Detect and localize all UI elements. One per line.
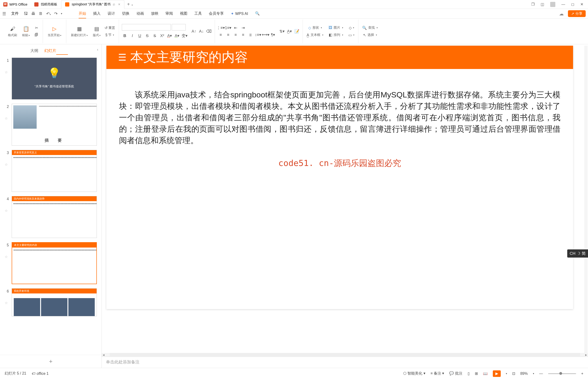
sorter-view-icon[interactable]: ⊞ — [475, 371, 478, 376]
tab-insert[interactable]: 插入 — [93, 9, 101, 18]
outline-tab[interactable]: 大纲 — [30, 47, 38, 55]
reading-view-icon[interactable]: 📖 — [483, 371, 488, 376]
font-name-select[interactable] — [122, 24, 171, 31]
slideshow-button[interactable]: ▶ — [493, 370, 501, 377]
maximize-icon[interactable]: ◻ — [571, 2, 574, 7]
slide-thumb-4[interactable]: 4☆ 国内外研究现状及发展趋势■■■■■■■■■■■■■■■■■■■■■■■■■… — [5, 196, 97, 238]
close-tab-icon[interactable]: × — [118, 2, 120, 7]
print-preview-icon[interactable]: 🗎 — [39, 11, 43, 16]
reset-button[interactable]: ↺ 重置 — [104, 25, 116, 31]
strike-button[interactable]: S — [144, 33, 150, 39]
search-icon[interactable]: 🔍 — [255, 9, 260, 18]
para-button[interactable]: ¶▾ — [270, 32, 276, 38]
zoom-out-button[interactable]: — — [539, 372, 543, 376]
layout-button[interactable]: ▤版式▾ — [91, 25, 103, 38]
cloud-icon[interactable]: ☁ — [559, 11, 564, 16]
print-icon[interactable]: 🖶 — [31, 11, 35, 16]
align-justify-button[interactable]: ≡ — [240, 32, 246, 38]
new-slide-button[interactable]: ▦新建幻灯片▾ — [69, 25, 90, 38]
indent-left-button[interactable]: ⇤ — [233, 25, 239, 31]
slide-thumb-6[interactable]: 6☆ 系统开发环境 — [5, 288, 97, 316]
tab-wps-ai[interactable]: ✦WPS AI — [231, 9, 248, 18]
zoom-slider[interactable] — [548, 373, 576, 374]
clear-format-icon[interactable]: ⌫ — [206, 29, 212, 34]
tab-start[interactable]: 开始 — [79, 9, 86, 18]
indent-right-button[interactable]: ⇥ — [240, 25, 246, 31]
shape-button[interactable]: ◇形状▾ — [306, 25, 324, 31]
play-from-current-button[interactable]: ▷当页开始▾ — [46, 25, 63, 38]
tab-review[interactable]: 审阅 — [166, 9, 173, 18]
fill-button[interactable]: ◇▾ — [347, 25, 355, 31]
highlight-button[interactable]: A▾ — [174, 33, 180, 39]
font-color-button[interactable]: A▾ — [167, 33, 173, 39]
distribute-button[interactable]: ⫼ — [248, 32, 254, 38]
collapse-panel-icon[interactable]: ‹ — [97, 47, 98, 52]
star-icon[interactable]: ☆ — [5, 202, 9, 213]
align-center-button[interactable]: ≡ — [225, 32, 231, 38]
align-left-button[interactable]: ≡ — [218, 32, 224, 38]
line-spacing-button[interactable]: ↕≡▾ — [255, 32, 261, 38]
superscript-button[interactable]: X² — [159, 33, 165, 39]
bold-button[interactable]: B — [122, 33, 128, 39]
undo-icon[interactable]: ↶▾ — [46, 11, 51, 16]
close-window-icon[interactable]: ✕ — [580, 2, 583, 7]
outline-button[interactable]: ▭▾ — [347, 32, 355, 38]
zoom-value[interactable]: 89% — [520, 372, 528, 376]
star-icon[interactable]: ☆ — [5, 110, 9, 121]
presenter-icon[interactable]: ⎚ — [113, 2, 115, 6]
tab-member[interactable]: 会员专享 — [209, 9, 224, 18]
format-brush-button[interactable]: 🖌格式刷 — [6, 25, 19, 38]
convert-text-button[interactable]: 📝 — [294, 29, 300, 34]
display-settings-icon[interactable]: ⊡ — [512, 371, 515, 376]
star-icon[interactable]: ☆ — [5, 294, 9, 305]
vertical-scrollbar[interactable] — [584, 46, 588, 353]
tab-animation[interactable]: 动画 — [136, 9, 144, 18]
cut-icon[interactable]: ✂ — [33, 25, 40, 31]
italic-button[interactable]: I — [129, 33, 135, 39]
font-size-select[interactable] — [172, 24, 186, 31]
slide-thumb-1[interactable]: 1☆ 💡"共享书角" 图书借还管理系统 — [5, 58, 97, 99]
tab-transition[interactable]: 切换 — [122, 9, 130, 18]
tab-slideshow[interactable]: 放映 — [151, 9, 158, 18]
slide-thumb-3[interactable]: 3☆ 开发背景及研究意义■■■■■■■■■■■■■■■■■■■■■■■■■■■■… — [5, 150, 97, 192]
star-icon[interactable]: ☆ — [5, 248, 9, 259]
slide-canvas[interactable]: ☰ 本文主要研究的内容 该系统采用java技术，结合springboot框架使页… — [106, 46, 573, 309]
decrease-font-icon[interactable]: A↓ — [198, 29, 204, 34]
tab-view[interactable]: 视图 — [180, 9, 187, 18]
new-tab-button[interactable]: +▾ — [124, 2, 136, 7]
strike2-button[interactable]: S̶ — [152, 33, 158, 39]
menu-hamburger-icon[interactable]: ☰ — [2, 11, 6, 16]
star-icon[interactable]: ☆ — [5, 64, 9, 74]
slides-tab[interactable]: 幻灯片 — [44, 47, 56, 55]
align-right-button[interactable]: ≡ — [233, 32, 239, 38]
file-menu[interactable]: 文件 — [9, 11, 20, 16]
underline-button[interactable]: U — [137, 33, 143, 39]
cube-icon[interactable]: ◫ — [541, 2, 544, 7]
tab-document[interactable]: springboot "共享书角" 图书 ⎚ × — [61, 0, 124, 9]
bullets-button[interactable]: ⋮≡▾ — [218, 25, 224, 31]
notes-pane[interactable]: 单击此处添加备注 — [102, 357, 588, 368]
beautify-button[interactable]: ⬡ 智能美化 ▾ — [403, 371, 425, 376]
select-button[interactable]: ↖ 选择▾ — [361, 32, 379, 38]
section-button[interactable]: § 节▾ — [104, 32, 116, 38]
pinyin-button[interactable]: 变▾ — [182, 33, 188, 39]
slide-thumb-2[interactable]: 2☆ ■■■■■■■■■■■■■■■■■■■■■■■■■■■■■■■■■■■■■… — [5, 104, 97, 146]
slideshow-dropdown[interactable]: ▾ — [506, 372, 507, 375]
spacing-button[interactable]: ⟷▾ — [263, 32, 269, 38]
increase-font-icon[interactable]: A↑ — [191, 29, 197, 34]
zoom-dropdown[interactable]: ▾ — [533, 372, 534, 375]
numbering-button[interactable]: 1≡▾ — [225, 25, 231, 31]
more-dropdown-icon[interactable]: ▾ — [61, 12, 62, 15]
tab-template[interactable]: 找稻壳模板 — [31, 0, 61, 9]
slide-list[interactable]: 1☆ 💡"共享书角" 图书借还管理系统 2☆ ■■■■■■■■■■■■■■■■■… — [0, 55, 101, 355]
image-button[interactable]: 🖼图片▾ — [328, 25, 344, 31]
slide-thumb-5[interactable]: 5☆ 本文主要研究的内容■■■■■■■■■■■■■■■■■■■■■■■■■■■■… — [5, 242, 97, 284]
vertical-align-button[interactable]: A̲▾ — [286, 29, 292, 34]
normal-view-icon[interactable]: ▯ — [468, 371, 470, 376]
redo-icon[interactable]: ↷ — [54, 11, 58, 16]
find-button[interactable]: 🔍 查找▾ — [361, 25, 379, 31]
text-direction-button[interactable]: ⇅▾ — [279, 29, 285, 34]
notes-button[interactable]: ≡ 备注 ▾ — [431, 371, 444, 376]
paste-button[interactable]: 📋粘贴▾ — [20, 25, 32, 38]
avatar-icon[interactable] — [550, 2, 555, 7]
